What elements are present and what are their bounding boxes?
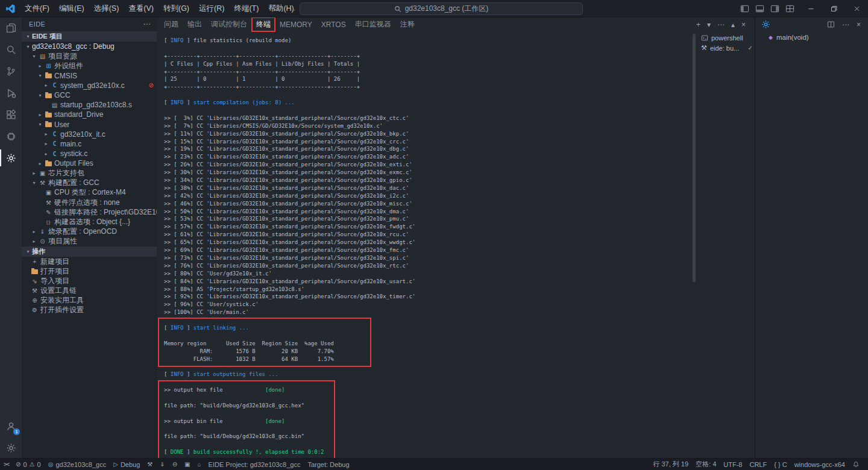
tree-item[interactable]: {}构建器选项 : Object {...} xyxy=(22,217,157,227)
toggle-sidebar-icon[interactable] xyxy=(740,4,749,13)
terminal-list-item[interactable]: powershell xyxy=(699,33,755,43)
more-actions-icon[interactable]: ⋯ xyxy=(717,20,725,29)
more-actions-icon[interactable]: ⋯ xyxy=(143,20,151,28)
terminal-list-item[interactable]: ⚒eide: bu...✓ xyxy=(699,43,755,53)
ops-item[interactable]: ⚙打开插件设置 xyxy=(22,306,157,315)
tree-item[interactable]: ▸⊞外设组件 xyxy=(22,61,157,70)
ops-item[interactable]: ⊕安装实用工具 xyxy=(22,296,157,306)
close-button[interactable] xyxy=(845,0,868,17)
active-project[interactable]: ◎gd32e103c8_gcc xyxy=(45,459,110,470)
close-panel-icon[interactable]: × xyxy=(741,20,746,29)
restore-button[interactable] xyxy=(822,0,845,17)
tree-item[interactable]: ✎链接脚本路径 : Project\GD32E103C... xyxy=(22,207,157,217)
terminal-text: >> [ 53%] CC 'Libraries/GD32E10x_standar… xyxy=(164,216,409,222)
menu-item[interactable]: 编辑(E) xyxy=(54,0,89,17)
ops-item[interactable]: +新建项目 xyxy=(22,257,157,266)
build-config[interactable]: ▷Debug xyxy=(110,459,143,470)
tree-item[interactable]: ▸Output Files xyxy=(22,158,157,168)
clean-button[interactable]: ⊖ xyxy=(169,459,181,470)
tree-item[interactable]: ▸standard_Drive xyxy=(22,110,157,119)
tree-item[interactable]: ▾▤项目资源 xyxy=(22,51,157,61)
activity-item-source-control[interactable] xyxy=(0,60,22,82)
panel-tab[interactable]: XRTOS xyxy=(321,20,346,29)
notifications[interactable] xyxy=(849,459,863,470)
tree-item[interactable]: ▾GCC xyxy=(22,90,157,100)
toggle-panel-icon[interactable] xyxy=(755,4,764,13)
flash-button[interactable]: ⇓ xyxy=(156,459,168,470)
menu-item[interactable]: 文件(F) xyxy=(20,0,54,17)
serial-button[interactable]: ▣ xyxy=(181,459,193,470)
customize-layout-icon[interactable] xyxy=(785,4,794,13)
section-header-eide-project[interactable]: ▾ EIDE 项目 xyxy=(22,31,157,42)
activity-item-explorer[interactable] xyxy=(0,17,22,39)
ops-item[interactable]: ⇘导入项目 xyxy=(22,276,157,286)
panel-tab[interactable]: 注释 xyxy=(400,19,415,30)
home-button[interactable]: ⌂ xyxy=(194,459,205,470)
tree-item[interactable]: ▸Cgd32e10x_it.c xyxy=(22,130,157,139)
tree-item[interactable]: ▾⚒构建配置 : GCC xyxy=(22,178,157,188)
tree-item[interactable]: ▣CPU 类型 : Cortex-M4 xyxy=(22,188,157,198)
tree-item[interactable]: ▸⊙项目属性 xyxy=(22,237,157,246)
panel-tab[interactable]: 问题 xyxy=(164,19,178,30)
split-editor-icon[interactable] xyxy=(827,20,835,28)
command-center-search[interactable]: gd32e103c8_gcc (工作区) xyxy=(300,2,583,15)
terminal-output[interactable]: [ INFO ] file statistics (rebuild mode) … xyxy=(157,32,706,459)
tree-item[interactable]: ▾gd32e103c8_gcc : Debug xyxy=(22,42,157,51)
tree-item[interactable]: ▸⇓烧录配置 : OpenOCD xyxy=(22,227,157,237)
activity-item-account[interactable]: 1 xyxy=(0,415,22,437)
compiler-label[interactable]: windows-gcc-x64 xyxy=(791,459,849,470)
section-header-operations[interactable]: ▾ 操作 xyxy=(22,246,157,257)
activity-item-extensions[interactable] xyxy=(0,104,22,125)
eide-project-label[interactable]: EIDE Project: gd32e103c8_gcc xyxy=(205,459,304,470)
forward-icon[interactable]: → xyxy=(289,4,297,13)
panel-tab[interactable]: MEMORY xyxy=(280,20,312,29)
maximize-panel-icon[interactable]: ▴ xyxy=(731,20,735,29)
terminal-scrollbar[interactable] xyxy=(693,34,696,282)
extensions-icon xyxy=(6,110,16,120)
build-button[interactable]: ⚒ xyxy=(143,459,156,470)
panel-tab[interactable]: 输出 xyxy=(187,19,202,30)
terminal-profile-dropdown-icon[interactable]: ▾ xyxy=(707,20,711,29)
terminal-line: >> [ 15%] CC 'Libraries/GD32E10x_standar… xyxy=(164,138,706,146)
activity-item-run-and-debug[interactable] xyxy=(0,82,22,104)
activity-item-settings[interactable] xyxy=(0,437,22,459)
encoding[interactable]: UTF-8 xyxy=(720,459,746,470)
indentation[interactable]: 空格: 4 xyxy=(692,459,720,470)
ops-item[interactable]: ⚒设置工具链 xyxy=(22,286,157,296)
cursor-position[interactable]: 行 37, 列 19 xyxy=(649,459,692,470)
panel-tab[interactable]: 终端 xyxy=(251,17,275,32)
activity-item-eide[interactable] xyxy=(0,147,22,169)
activity-item-chip-programmer[interactable] xyxy=(0,125,22,147)
ops-item[interactable]: 打开项目 xyxy=(22,266,157,276)
activity-item-search[interactable] xyxy=(0,39,22,60)
eol[interactable]: CRLF xyxy=(746,459,770,470)
menu-item[interactable]: 终端(T) xyxy=(229,0,263,17)
menu-item[interactable]: 运行(R) xyxy=(194,0,229,17)
panel-tab[interactable]: 串口监视器 xyxy=(355,19,391,30)
tree-item[interactable]: ▸▣芯片支持包 xyxy=(22,168,157,178)
panel-tab[interactable]: 调试控制台 xyxy=(211,19,247,30)
tree-item[interactable]: ▸Cmain.c xyxy=(22,139,157,149)
toggle-secondary-sidebar-icon[interactable] xyxy=(770,4,779,13)
tree-item[interactable]: ▾CMSIS xyxy=(22,71,157,81)
minimize-button[interactable] xyxy=(799,0,822,17)
target-label[interactable]: Target: Debug xyxy=(304,459,353,470)
back-icon[interactable]: ← xyxy=(272,4,280,13)
import-icon: ⇘ xyxy=(30,277,39,284)
more-actions-icon[interactable]: ⋯ xyxy=(842,20,849,29)
tree-item[interactable]: ▾User xyxy=(22,120,157,130)
menu-item[interactable]: 转到(G) xyxy=(159,0,194,17)
tree-item[interactable]: ▤startup_gd32e103c8.s xyxy=(22,100,157,110)
tree-item[interactable]: ⚒硬件浮点选项 : none xyxy=(22,198,157,207)
language-mode[interactable]: { } C xyxy=(770,459,790,470)
tree-item[interactable]: ▸Csystem_gd32e10x.c⊘ xyxy=(22,81,157,90)
problems[interactable]: ⊘0⚠0 xyxy=(12,459,45,470)
remote-indicator[interactable]: >< xyxy=(0,459,12,470)
menu-item[interactable]: 选择(S) xyxy=(89,0,124,17)
menu-item[interactable]: 查看(V) xyxy=(124,0,159,17)
tree-item[interactable]: ▸Csystick.c xyxy=(22,149,157,158)
right-panel-view-icon[interactable] xyxy=(761,20,770,29)
outline-item[interactable]: ◆main(void) xyxy=(755,32,868,43)
new-terminal-icon[interactable]: + xyxy=(696,20,700,29)
close-panel-icon[interactable]: × xyxy=(857,20,861,29)
